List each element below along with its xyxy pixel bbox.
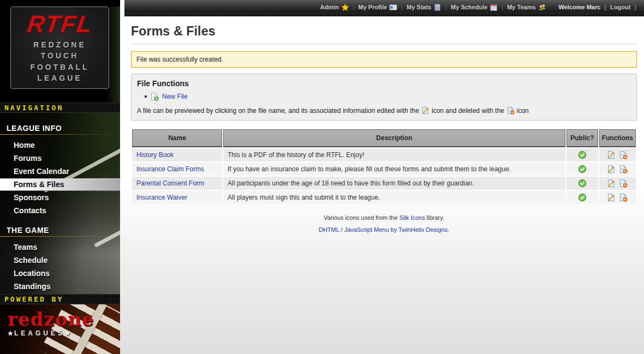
edit-file-icon[interactable] bbox=[607, 193, 616, 202]
sidebar-item-locations[interactable]: Locations bbox=[0, 267, 120, 280]
file-functions-help: A file can be previewed by clicking on t… bbox=[137, 106, 631, 115]
files-table: Name Description Public? Functions Histo… bbox=[131, 128, 637, 205]
file-row: Parental Consent FormAll participants un… bbox=[132, 177, 636, 190]
page-title: Forms & Files bbox=[131, 24, 637, 39]
file-name-link[interactable]: Parental Consent Form bbox=[136, 179, 204, 187]
file-description: All participants under the age of 18 nee… bbox=[223, 177, 565, 190]
sidebar-item-forms-files[interactable]: Forms & Files bbox=[0, 178, 120, 191]
file-description: All players must sign this and submit it… bbox=[223, 191, 565, 204]
sidebar-item-teams[interactable]: Teams bbox=[0, 241, 120, 254]
welcome-user-label: Welcome Marc bbox=[559, 4, 601, 10]
gold-divider bbox=[0, 236, 120, 237]
topbar-my-stats-link[interactable]: My Stats bbox=[407, 3, 442, 11]
logout-link[interactable]: Logout bbox=[610, 4, 630, 10]
files-table-header-row: Name Description Public? Functions bbox=[132, 129, 636, 147]
file-row: Insurance WaiverAll players must sign th… bbox=[132, 191, 636, 204]
vcard-icon bbox=[389, 3, 397, 11]
page-content: Forms & Files File was successfully crea… bbox=[120, 0, 644, 233]
topbar-my-schedule-link[interactable]: My Schedule bbox=[451, 3, 498, 11]
main-area: Admin | My Profile | My Stats | My Sched… bbox=[120, 0, 644, 354]
topbar-separator: | bbox=[502, 4, 503, 10]
logout-bracket: [ bbox=[604, 4, 606, 10]
powered-by-area: redzone ★LEAGUES★ bbox=[0, 304, 120, 354]
league-logo-line: REDZONE bbox=[33, 39, 86, 50]
file-functions-title: File Functions bbox=[137, 79, 631, 88]
sidebar-item-statistics[interactable]: Statistics bbox=[0, 293, 120, 294]
sidebar: RTFL REDZONE TOUCH FOOTBALL LEAGUE NAVIG… bbox=[0, 0, 120, 354]
file-name-link[interactable]: Insurance Claim Forms bbox=[136, 165, 204, 173]
twinhelix-link[interactable]: DHTML / JavaScript Menu by TwinHelix Des… bbox=[319, 226, 449, 233]
navigation-led-label: NAVIGATION bbox=[0, 103, 120, 113]
league-logo: RTFL REDZONE TOUCH FOOTBALL LEAGUE bbox=[0, 7, 120, 103]
page-delete-icon bbox=[506, 106, 515, 115]
list-bullet bbox=[145, 95, 147, 98]
sidebar-item-forums[interactable]: Forums bbox=[0, 152, 120, 165]
sidebar-nav: LEAGUE INFO Home Forums Event Calendar F… bbox=[0, 113, 120, 294]
topbar-separator: | bbox=[401, 4, 403, 10]
topbar-separator: | bbox=[445, 4, 447, 10]
page-edit-icon bbox=[421, 106, 430, 115]
section-title-league-info: LEAGUE INFO bbox=[0, 124, 120, 133]
redzone-logo-name: redzone bbox=[8, 310, 120, 328]
delete-file-icon[interactable] bbox=[619, 151, 628, 159]
column-header-public[interactable]: Public? bbox=[567, 129, 598, 147]
sidebar-item-event-calendar[interactable]: Event Calendar bbox=[0, 165, 120, 178]
league-logo-line: TOUCH bbox=[41, 50, 79, 61]
sidebar-item-schedule[interactable]: Schedule bbox=[0, 254, 120, 267]
sidebar-item-standings[interactable]: Standings bbox=[0, 280, 120, 293]
delete-file-icon[interactable] bbox=[619, 165, 628, 173]
sidebar-item-home[interactable]: Home bbox=[0, 139, 120, 152]
title-divider bbox=[131, 44, 637, 44]
edit-file-icon[interactable] bbox=[607, 165, 616, 173]
section-league-info: LEAGUE INFO Home Forums Event Calendar F… bbox=[0, 124, 120, 217]
group-icon bbox=[538, 3, 546, 11]
topbar-my-profile-link[interactable]: My Profile bbox=[359, 3, 398, 11]
edit-file-icon[interactable] bbox=[607, 151, 616, 159]
star-glyph: ★ bbox=[8, 330, 14, 337]
file-row: Insurance Claim FormsIf you have an insu… bbox=[132, 163, 636, 176]
menu-credit-line: DHTML / JavaScript Menu by TwinHelix Des… bbox=[131, 226, 637, 233]
gold-divider bbox=[0, 134, 120, 135]
file-description: This is a PDF of the history of the RTFL… bbox=[223, 148, 565, 161]
calendar-icon bbox=[490, 3, 498, 11]
file-functions-box: File Functions New File A file can be pr… bbox=[131, 74, 637, 121]
sidebar-item-sponsors[interactable]: Sponsors bbox=[0, 191, 120, 204]
league-logo-box: RTFL REDZONE TOUCH FOOTBALL LEAGUE bbox=[10, 7, 109, 89]
topbar-separator: | bbox=[353, 4, 355, 10]
redzone-leagues-logo[interactable]: redzone ★LEAGUES★ bbox=[0, 304, 120, 337]
logout-bracket: ] bbox=[634, 4, 636, 10]
accept-icon bbox=[578, 179, 587, 188]
new-file-link[interactable]: New File bbox=[162, 93, 188, 100]
powered-by-led-label: POWERED BY bbox=[0, 294, 120, 304]
column-header-name[interactable]: Name bbox=[132, 129, 222, 147]
league-logo-acronym: RTFL bbox=[26, 12, 94, 36]
topbar: Admin | My Profile | My Stats | My Sched… bbox=[124, 0, 644, 16]
topbar-my-teams-link[interactable]: My Teams bbox=[507, 3, 546, 11]
calculator-icon bbox=[433, 3, 442, 11]
silk-icons-link[interactable]: Silk Icons bbox=[399, 214, 425, 221]
section-title-the-game: THE GAME bbox=[0, 226, 120, 235]
league-logo-line: FOOTBALL bbox=[30, 62, 89, 73]
file-row: History BookThis is a PDF of the history… bbox=[132, 148, 636, 161]
accept-icon bbox=[578, 151, 587, 159]
star-icon bbox=[341, 3, 349, 11]
icons-credit-line: Various icons used from the Silk Icons l… bbox=[131, 214, 637, 221]
league-logo-line: LEAGUE bbox=[37, 73, 82, 83]
accept-icon bbox=[578, 165, 587, 173]
file-name-link[interactable]: History Book bbox=[136, 151, 174, 159]
file-description: If you have an insurance claim to make, … bbox=[223, 163, 565, 176]
section-the-game: THE GAME Teams Schedule Locations Standi… bbox=[0, 226, 120, 294]
column-header-description[interactable]: Description bbox=[223, 129, 565, 147]
new-file-item: New File bbox=[145, 92, 631, 101]
sidebar-item-contacts[interactable]: Contacts bbox=[0, 205, 120, 217]
accept-icon bbox=[578, 193, 587, 202]
delete-file-icon[interactable] bbox=[619, 179, 628, 188]
file-name-link[interactable]: Insurance Waiver bbox=[136, 194, 187, 201]
redzone-logo-sub: ★LEAGUES★ bbox=[8, 329, 120, 337]
column-header-functions[interactable]: Functions bbox=[599, 129, 636, 147]
topbar-admin-link[interactable]: Admin bbox=[320, 3, 349, 11]
edit-file-icon[interactable] bbox=[607, 179, 616, 188]
star-glyph: ★ bbox=[65, 330, 71, 337]
delete-file-icon[interactable] bbox=[619, 193, 628, 202]
page-add-icon bbox=[150, 92, 159, 101]
